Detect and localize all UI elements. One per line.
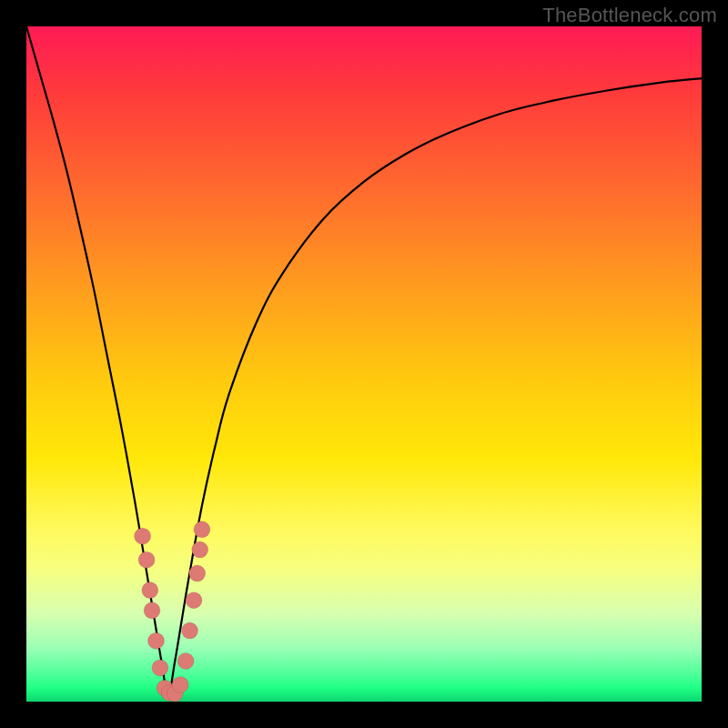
chart-frame: TheBottleneck.com — [0, 0, 728, 728]
curve-marker — [186, 592, 202, 609]
curve-marker — [182, 622, 198, 639]
curve-marker — [144, 602, 160, 619]
curve-marker — [147, 632, 164, 649]
curve-marker — [189, 565, 206, 581]
curve-marker — [142, 582, 158, 599]
curve-marker — [192, 541, 208, 558]
curve-marker — [172, 676, 188, 693]
curve-marker — [138, 551, 155, 568]
curve-marker — [194, 521, 210, 538]
curve-layer — [26, 26, 702, 702]
watermark-text: TheBottleneck.com — [542, 4, 717, 27]
bottleneck-curve — [26, 26, 702, 695]
curve-marker — [152, 660, 168, 676]
plot-area — [26, 26, 702, 702]
curve-marker — [135, 528, 151, 544]
curve-marker — [177, 652, 194, 669]
